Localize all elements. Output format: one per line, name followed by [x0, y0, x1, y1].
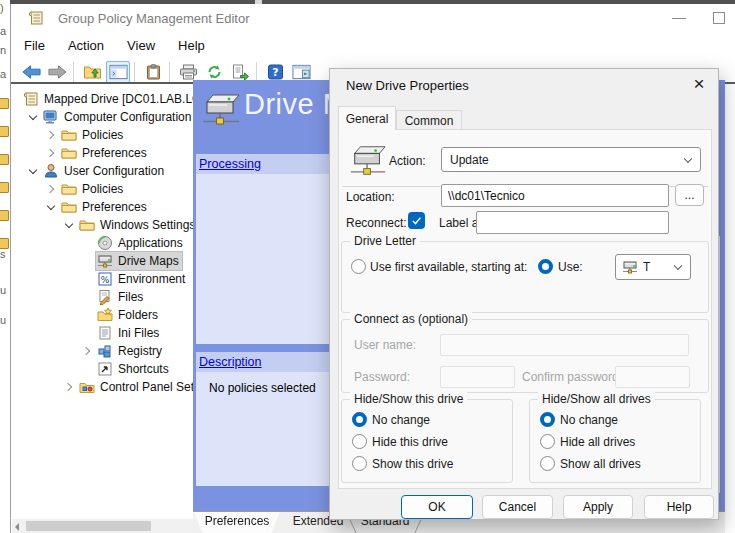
show-this-drive-label: Show this drive: [372, 457, 453, 471]
ini-files-icon: [97, 325, 113, 341]
expander-right-icon[interactable]: [42, 126, 60, 144]
tree-item-policies[interactable]: Policies: [12, 126, 203, 144]
drive-banner-icon: [201, 90, 241, 130]
expander-down-icon[interactable]: [42, 198, 60, 216]
title-bar[interactable]: Group Policy Management Editor: [11, 4, 735, 32]
applications-disc-icon: [97, 235, 113, 251]
expander-right-icon[interactable]: [60, 378, 78, 396]
toolbar-separator: [134, 62, 135, 82]
menu-view[interactable]: View: [117, 34, 165, 57]
use-first-available-radio[interactable]: [351, 259, 366, 274]
tree-item-shortcuts[interactable]: Shortcuts: [12, 360, 203, 378]
dialog-tab-general[interactable]: General: [338, 106, 396, 130]
hide-show-all-drives-group: Hide/Show all drives No change Hide all …: [529, 399, 701, 483]
use-radio[interactable]: [538, 259, 553, 274]
apply-button[interactable]: Apply: [563, 495, 633, 519]
control-panel-folder-icon: [79, 379, 95, 395]
tree-item-computer-configuration[interactable]: Computer Configuration: [12, 108, 203, 126]
toolbar-separator: [169, 62, 170, 82]
bg-folder-icon: [0, 182, 9, 193]
forward-icon: [48, 64, 67, 80]
computer-icon: [43, 109, 59, 125]
close-icon[interactable]: ×: [688, 73, 710, 95]
processing-link[interactable]: Processing: [199, 157, 261, 171]
drive-letter-dropdown[interactable]: T: [615, 254, 691, 280]
expander-right-icon[interactable]: [42, 180, 60, 198]
toolbar-separator: [256, 62, 257, 82]
bg-folder-icon: [0, 210, 9, 221]
tree-item-ini-files[interactable]: Ini Files: [12, 324, 203, 342]
location-input[interactable]: [441, 184, 669, 207]
expander-right-icon[interactable]: [78, 342, 96, 360]
menu-action[interactable]: Action: [58, 34, 114, 57]
shortcut-icon: [97, 361, 113, 377]
tree-item-registry[interactable]: Registry: [12, 342, 203, 360]
show-all-drives-radio[interactable]: [540, 456, 555, 471]
browse-button[interactable]: ...: [675, 184, 704, 206]
tree-item-user-configuration[interactable]: User Configuration: [12, 162, 203, 180]
tree-item-environment[interactable]: Environment: [12, 270, 203, 288]
tree-item-policies[interactable]: Policies: [12, 180, 203, 198]
files-icon: [97, 289, 113, 305]
folder-icon: [79, 217, 95, 233]
maximize-button[interactable]: [699, 4, 735, 32]
tree-item-files[interactable]: Files: [12, 288, 203, 306]
up-one-level-button[interactable]: [80, 61, 104, 83]
tree-item-preferences[interactable]: Preferences: [12, 144, 203, 162]
hide-this-drive-radio[interactable]: [352, 434, 367, 449]
print-icon: [179, 64, 198, 80]
expander-down-icon[interactable]: [24, 162, 42, 180]
ok-button[interactable]: OK: [401, 495, 473, 519]
help-button[interactable]: Help: [644, 495, 714, 519]
folder-icon: [61, 127, 77, 143]
hide-show-this-legend: Hide/Show this drive: [350, 392, 467, 406]
hide-show-all-legend: Hide/Show all drives: [538, 392, 655, 406]
tree-item-applications[interactable]: Applications: [12, 234, 203, 252]
bg-text-fragment: s: [0, 248, 9, 260]
bg-text-fragment: u: [0, 314, 9, 326]
back-button[interactable]: [19, 61, 43, 83]
show-console-tree-icon: [109, 64, 128, 80]
confirm-password-input: [615, 366, 690, 388]
all-no-change-label: No change: [560, 413, 618, 427]
password-label: Password:: [354, 370, 410, 384]
action-label: Action:: [389, 154, 426, 168]
tree-item-drive-maps[interactable]: Drive Maps: [12, 252, 203, 270]
cancel-button[interactable]: Cancel: [482, 495, 553, 519]
clipboard-button[interactable]: [141, 61, 165, 83]
expander-down-icon[interactable]: [60, 216, 78, 234]
reconnect-checkbox[interactable]: [408, 212, 425, 229]
expander-right-icon[interactable]: [42, 144, 60, 162]
confirm-password-label: Confirm password:: [522, 370, 622, 384]
bg-folder-icon: [0, 126, 9, 137]
menu-help[interactable]: Help: [168, 34, 215, 57]
tree-horizontal-scrollbar[interactable]: [12, 519, 203, 533]
scroll-left-arrow-icon[interactable]: [15, 523, 19, 531]
menu-file[interactable]: File: [14, 34, 55, 57]
hide-all-drives-radio[interactable]: [540, 434, 555, 449]
label-as-input[interactable]: [476, 211, 669, 234]
description-link[interactable]: Description: [199, 355, 262, 369]
bg-folder-icon: [0, 98, 9, 109]
dialog-tab-common[interactable]: Common: [396, 110, 462, 130]
tab-preferences[interactable]: Preferences: [194, 512, 280, 533]
forward-button[interactable]: [45, 61, 69, 83]
all-no-change-radio[interactable]: [540, 412, 555, 427]
this-no-change-radio[interactable]: [352, 412, 367, 427]
drive-maps-icon: [97, 253, 113, 269]
show-this-drive-radio[interactable]: [352, 456, 367, 471]
expander-down-icon[interactable]: [24, 108, 42, 126]
user-icon: [43, 163, 59, 179]
toolbar-separator: [73, 62, 74, 82]
minimize-button[interactable]: [659, 4, 699, 32]
export-list-icon: [231, 64, 250, 80]
tree-item-control-panel-settings[interactable]: Control Panel Settings: [12, 378, 203, 396]
show-console-tree-button[interactable]: [106, 61, 130, 83]
tree-item-windows-settings[interactable]: Windows Settings: [12, 216, 203, 234]
tree-item-preferences[interactable]: Preferences: [12, 198, 203, 216]
tree-item-folders[interactable]: Folders: [12, 306, 203, 324]
screen: ) a n a s u u Group Policy Management Ed…: [0, 0, 735, 533]
tree-item-mapped-drive[interactable]: Mapped Drive [DC01.LAB.LOCAL]: [12, 90, 203, 108]
scrollbar-thumb[interactable]: [26, 521, 151, 531]
action-dropdown[interactable]: Update: [441, 147, 701, 172]
